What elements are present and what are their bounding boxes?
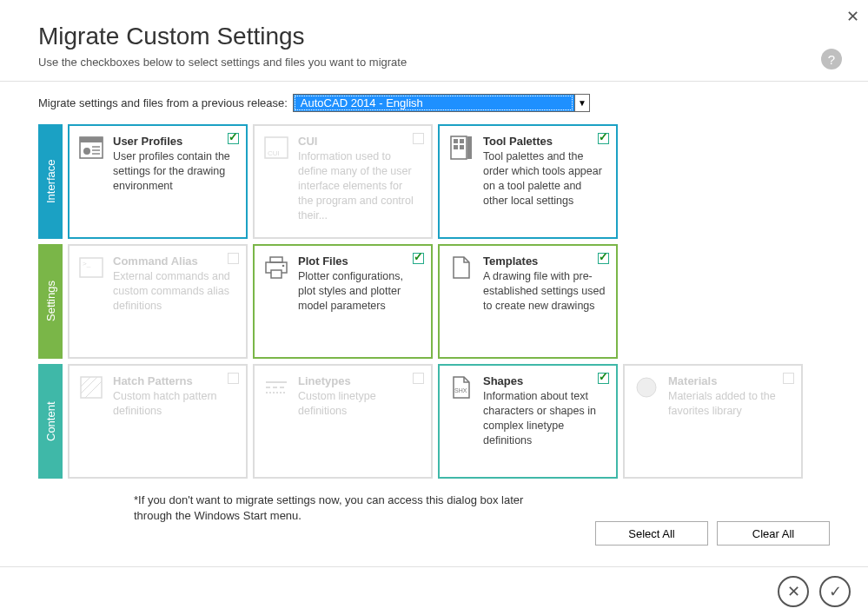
svg-rect-16: [270, 257, 282, 262]
svg-rect-10: [460, 139, 464, 143]
card-linetypes[interactable]: Linetypes Custom linetype definitions: [253, 364, 433, 479]
card-title: Tool Palettes: [483, 135, 606, 148]
page-title: Migrate Custom Settings: [38, 23, 830, 50]
svg-rect-12: [460, 145, 464, 149]
svg-rect-18: [271, 270, 282, 278]
checkbox[interactable]: [598, 373, 609, 384]
material-icon: [633, 374, 659, 400]
palette-icon: [448, 135, 474, 161]
window-close-icon[interactable]: ✕: [846, 7, 859, 26]
svg-rect-20: [81, 377, 102, 398]
linetype-icon: [263, 374, 289, 400]
hatch-icon: [78, 374, 104, 400]
svg-rect-8: [451, 136, 467, 159]
card-plot-files[interactable]: Plot Files Plotter configurations, plot …: [253, 244, 433, 359]
file-icon: [448, 255, 474, 281]
card-desc: Custom hatch pattern definitions: [113, 389, 235, 419]
card-desc: Materials added to the favorites library: [668, 389, 791, 419]
card-desc: Plotter configurations, plot styles and …: [298, 269, 421, 314]
svg-text:>_: >_: [83, 260, 91, 268]
checkbox[interactable]: [413, 253, 424, 264]
terminal-icon: >_: [78, 255, 104, 281]
card-hatch-patterns[interactable]: Hatch Patterns Custom hatch pattern defi…: [68, 364, 248, 479]
empty-slot: [623, 244, 803, 359]
card-tool-palettes[interactable]: Tool Palettes Tool palettes and the orde…: [438, 124, 618, 239]
shx-file-icon: SHX: [448, 374, 474, 400]
card-materials[interactable]: Materials Materials added to the favorit…: [623, 364, 803, 479]
card-desc: Tool palettes and the order which tools …: [483, 149, 606, 208]
card-title: Templates: [483, 255, 606, 268]
card-desc: A drawing file with pre-established sett…: [483, 269, 606, 314]
checkbox[interactable]: [783, 373, 794, 384]
card-title: Shapes: [483, 374, 606, 387]
card-title: Command Alias: [113, 255, 235, 268]
card-desc: Custom linetype definitions: [298, 389, 421, 419]
cui-icon: CUI: [263, 135, 289, 161]
card-title: Hatch Patterns: [113, 374, 235, 387]
svg-line-22: [85, 381, 102, 398]
card-cui[interactable]: CUI CUI Information used to define many …: [253, 124, 433, 239]
card-desc: User profiles contain the settings for t…: [113, 149, 235, 194]
checkbox[interactable]: [413, 133, 424, 144]
svg-text:SHX: SHX: [454, 387, 467, 393]
checkbox[interactable]: [228, 373, 239, 384]
help-icon[interactable]: ?: [821, 49, 842, 69]
card-title: Linetypes: [298, 374, 421, 387]
section-tab-settings: Settings: [38, 244, 63, 359]
card-desc: External commands and custom commands al…: [113, 269, 235, 314]
svg-point-2: [83, 148, 90, 155]
divider: [0, 81, 868, 82]
release-value: AutoCAD 2014 - English: [293, 94, 574, 112]
card-title: Plot Files: [298, 255, 421, 268]
printer-icon: [263, 255, 289, 281]
release-label: Migrate settings and files from a previo…: [38, 96, 288, 109]
svg-point-28: [637, 378, 656, 397]
page-subtitle: Use the checkboxes below to select setti…: [38, 56, 830, 69]
cancel-button[interactable]: ✕: [778, 576, 809, 607]
card-title: User Profiles: [113, 135, 235, 148]
svg-rect-1: [80, 137, 103, 142]
card-command-alias[interactable]: >_ Command Alias External commands and c…: [68, 244, 248, 359]
empty-slot: [623, 124, 803, 239]
svg-point-19: [282, 265, 285, 268]
checkbox[interactable]: [228, 133, 239, 144]
user-profile-icon: [78, 135, 104, 161]
checkbox[interactable]: [228, 253, 239, 264]
card-templates[interactable]: Templates A drawing file with pre-establ…: [438, 244, 618, 359]
checkbox[interactable]: [413, 373, 424, 384]
ok-button[interactable]: ✓: [819, 576, 851, 607]
card-title: Materials: [668, 374, 791, 387]
svg-line-21: [81, 377, 97, 393]
card-user-profiles[interactable]: User Profiles User profiles contain the …: [68, 124, 248, 239]
card-title: CUI: [298, 135, 421, 148]
release-dropdown[interactable]: AutoCAD 2014 - English ▼: [293, 94, 590, 112]
section-tab-content: Content: [38, 364, 63, 479]
card-desc: Information used to define many of the u…: [298, 149, 421, 222]
footer-note: *If you don't want to migrate settings n…: [38, 484, 525, 524]
checkbox[interactable]: [598, 253, 609, 264]
checkbox[interactable]: [598, 133, 609, 144]
svg-rect-9: [454, 139, 458, 143]
card-desc: Information about text characters or sha…: [483, 389, 606, 448]
select-all-button[interactable]: Select All: [595, 521, 708, 546]
clear-all-button[interactable]: Clear All: [717, 521, 830, 546]
svg-rect-11: [454, 145, 458, 149]
chevron-down-icon[interactable]: ▼: [574, 94, 590, 112]
section-tab-interface: Interface: [38, 124, 63, 239]
card-shapes[interactable]: SHX Shapes Information about text charac…: [438, 364, 618, 479]
svg-text:CUI: CUI: [268, 149, 280, 157]
svg-rect-13: [467, 136, 472, 159]
